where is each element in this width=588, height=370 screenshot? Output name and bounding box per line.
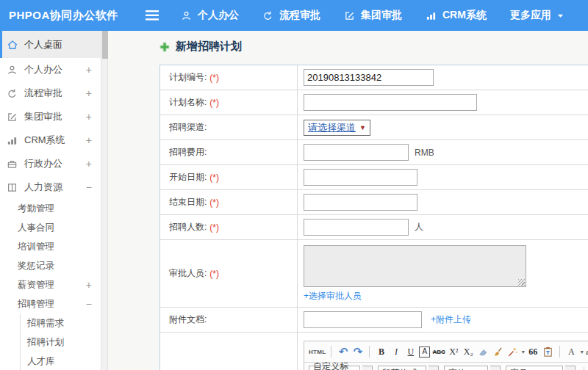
start-date-input[interactable] (304, 169, 417, 186)
briefcase-icon (7, 158, 19, 170)
nav-workflow-approval[interactable]: 流程审批 (262, 9, 320, 22)
font-border-icon[interactable]: A (419, 347, 430, 358)
headcount-input[interactable] (304, 219, 409, 236)
dropdown-caret-icon[interactable]: ▾ (565, 366, 576, 370)
expand-toggle-icon[interactable]: − (86, 298, 92, 310)
edit-icon (7, 111, 19, 123)
subscript-icon[interactable]: X₂ (462, 345, 475, 358)
dropdown-caret-icon[interactable]: ▾ (490, 366, 501, 370)
home-icon (7, 39, 19, 51)
attachment-upload-link[interactable]: +附件上传 (431, 313, 471, 326)
required-mark: (*) (209, 269, 219, 279)
field-label: 计划名称: (169, 96, 207, 109)
field-label: 计划编号: (169, 71, 207, 84)
sidebar-item-label: 集团审批 (24, 110, 62, 123)
sidebar-item-招聘管理[interactable]: 招聘管理− (0, 294, 101, 313)
sidebar-item-人才库[interactable]: 人才库 (20, 352, 101, 370)
sidebar-item-培训管理[interactable]: 培训管理 (0, 237, 101, 256)
sidebar-item-个人桌面[interactable]: 个人桌面 (0, 31, 101, 58)
approvers-choose-link[interactable]: +选择审批人员 (304, 290, 362, 302)
sidebar-item-奖惩记录[interactable]: 奖惩记录 (0, 256, 101, 275)
flow-icon (262, 10, 273, 21)
hr-icon (7, 181, 19, 193)
nav-workflow-approval-label: 流程审批 (279, 9, 320, 22)
edit-icon (344, 10, 355, 21)
sidebar-item-人力资源[interactable]: 人力资源− (0, 175, 101, 199)
hamburger-menu-icon[interactable] (146, 10, 159, 21)
field-label: 招聘费用: (169, 146, 207, 159)
sidebar-item-CRM系统[interactable]: CRM系统+ (0, 128, 101, 152)
form-row-attachment: 附件文档:+附件上传 (160, 308, 588, 333)
font-size-select[interactable]: 字号 (506, 366, 563, 370)
sidebar-item-招聘计划[interactable]: 招聘计划 (20, 333, 101, 352)
sidebar-item-个人办公[interactable]: 个人办公+ (0, 58, 101, 81)
redo-icon[interactable]: ↷ (351, 345, 364, 358)
plan-number-input[interactable] (304, 69, 434, 86)
sidebar-item-label: 薪资管理 (18, 279, 54, 291)
expand-toggle-icon[interactable]: + (86, 64, 92, 76)
custom-title-select[interactable]: 自定义标题 (309, 366, 360, 370)
attachment-input[interactable] (304, 311, 422, 328)
sidebar-item-流程审批[interactable]: 流程审批+ (0, 81, 101, 105)
html-source-button[interactable]: HTML (309, 345, 326, 358)
expand-toggle-icon[interactable]: + (86, 158, 92, 170)
dropdown-caret-icon[interactable]: ▾ (362, 366, 373, 370)
bold-icon[interactable]: B (375, 345, 387, 358)
flow-icon (7, 87, 19, 99)
sidebar-item-考勤管理[interactable]: 考勤管理 (0, 199, 101, 218)
undo-icon[interactable]: ↶ (337, 345, 349, 358)
sidebar-item-薪资管理[interactable]: 薪资管理+ (0, 275, 101, 294)
top-nav: 个人办公流程审批集团审批CRM系统更多应用 (181, 9, 564, 22)
sidebar-item-招聘需求[interactable]: 招聘需求 (20, 313, 101, 333)
italic-icon[interactable]: I (390, 345, 402, 358)
paste-icon[interactable] (542, 345, 554, 358)
font-color-icon[interactable]: A (565, 345, 578, 358)
recruit-cost-input[interactable] (304, 144, 409, 161)
strikethrough-icon[interactable]: ABC (432, 345, 445, 358)
expand-toggle-icon[interactable]: + (86, 111, 92, 123)
field-label-cell: 招聘费用: (160, 140, 298, 164)
dropdown-label: 字体 (448, 367, 466, 370)
main-panel: 新增招聘计划 计划编号:(*)计划名称:(*)招聘渠道:请选择渠道▼招聘费用:R… (108, 31, 588, 370)
recruit-channel-select[interactable]: 请选择渠道▼ (304, 120, 370, 136)
autotypeset-icon[interactable] (506, 345, 519, 358)
blockquote-icon[interactable]: 66 (527, 345, 539, 358)
sidebar-item-行政办公[interactable]: 行政办公+ (0, 152, 101, 175)
dropdown-caret-icon[interactable]: ▾ (429, 366, 439, 370)
expand-toggle-icon[interactable]: + (86, 134, 92, 146)
nav-crm-system[interactable]: CRM系统 (426, 9, 487, 22)
field-value-cell: +附件上传 (298, 308, 588, 332)
underline-icon[interactable]: U (404, 345, 417, 358)
sidebar-scrollbar-thumb[interactable] (102, 31, 108, 59)
field-value-cell: RMB (298, 140, 588, 164)
superscript-icon[interactable]: X² (448, 345, 460, 358)
end-date-input[interactable] (304, 194, 417, 211)
sidebar-item-人事合同[interactable]: 人事合同 (0, 218, 101, 237)
nav-group-approval[interactable]: 集团审批 (344, 9, 402, 22)
nav-more-apps[interactable]: 更多应用 (510, 9, 564, 22)
dropdown-caret-icon[interactable]: ▾ (581, 349, 584, 355)
field-label: 招聘人数: (169, 221, 207, 233)
expand-toggle-icon[interactable]: + (86, 279, 92, 291)
approvers-textarea[interactable] (304, 245, 526, 287)
recruit-plan-form: 计划编号:(*)计划名称:(*)招聘渠道:请选择渠道▼招聘费用:RMB开始日期:… (159, 65, 588, 370)
expand-toggle-icon[interactable]: + (86, 87, 92, 99)
sidebar-item-集团审批[interactable]: 集团审批+ (0, 105, 101, 128)
dropdown-label: 字号 (510, 367, 528, 370)
toolbar-separator (584, 367, 584, 370)
expand-toggle-icon[interactable]: − (86, 181, 92, 193)
dropdown-caret-icon[interactable]: ▾ (522, 349, 525, 355)
headcount-unit-label: 人 (415, 221, 423, 233)
sidebar-item-label: 行政办公 (24, 157, 62, 170)
sidebar-scrollbar[interactable] (101, 31, 108, 370)
plan-name-input[interactable] (304, 94, 477, 111)
field-value-cell: 人 (298, 215, 588, 239)
eraser-icon[interactable] (477, 345, 490, 358)
required-mark: (*) (209, 197, 219, 208)
font-family-select[interactable]: 字体 (444, 366, 488, 370)
paragraph-format-select[interactable]: 段落格式 (378, 366, 426, 370)
nav-group-approval-label: 集团审批 (361, 9, 402, 22)
format-brush-icon[interactable] (492, 345, 504, 358)
toolbar-separator (369, 346, 370, 358)
nav-personal-office[interactable]: 个人办公 (181, 9, 239, 22)
